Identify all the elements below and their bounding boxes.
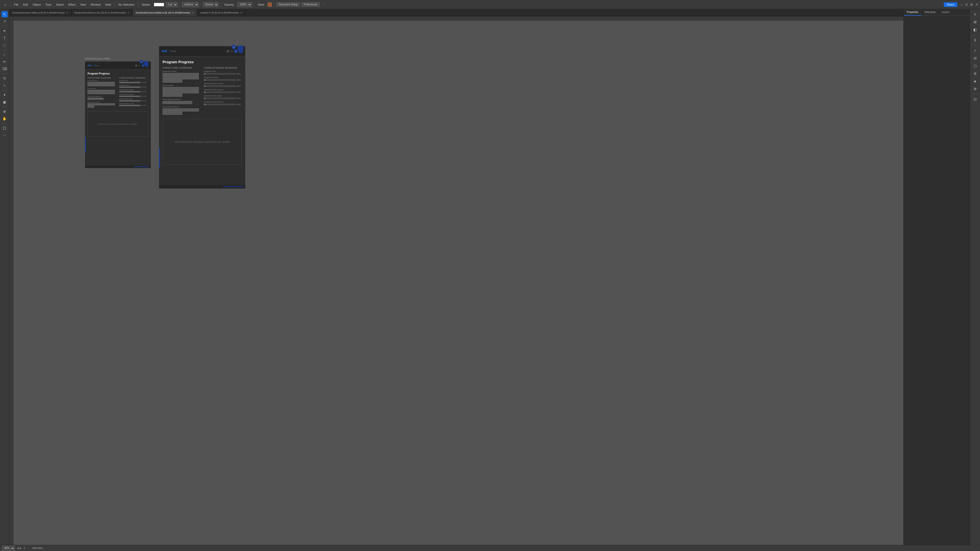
tool-sep-1 (2, 26, 7, 26)
round-select[interactable]: Round (203, 2, 218, 7)
small-sel-week-moves: selected week moves 90% (119, 103, 148, 106)
small-prog-moves-pct: 90% (143, 86, 148, 88)
opacity-select[interactable]: 100% (238, 2, 252, 7)
eraser-tool[interactable]: ⌫ (2, 66, 8, 72)
right-artboards-icon[interactable]: ⊞ (972, 19, 978, 25)
sq (172, 108, 176, 111)
tab-properties[interactable]: Properties (904, 9, 921, 16)
small-completeness-col: Completeness Markers program time 90% pr… (119, 77, 148, 109)
menu-window[interactable]: Window (89, 3, 102, 6)
fill-color[interactable]: □ (2, 125, 8, 131)
tool-sep-3 (2, 73, 7, 74)
small-sel-week-days-bar-fill (119, 100, 140, 102)
gradient-tool[interactable]: ▣ (2, 99, 8, 105)
paintbrush-tool[interactable]: ⌐ (2, 52, 8, 58)
tab-label-2: functionalScreens2.ai @ 128.62 % (RGB/Pr… (75, 11, 126, 14)
tab-close-2[interactable]: ✕ (127, 11, 129, 14)
zoom-select[interactable]: 80% (2, 546, 15, 551)
large-sel-block-moves-bar-container: 00% (204, 91, 242, 94)
menu-object[interactable]: Object (31, 3, 42, 6)
large-sel-block-moves-bar-fill (204, 91, 205, 93)
tab-functional-mobile[interactable]: functionalScreens-Mobile.ai @ 100 % (RGB… (133, 9, 197, 16)
tab-layers[interactable]: Layers (939, 9, 953, 16)
large-sel-block-weeks-pct: 00% (237, 85, 242, 87)
sq (172, 76, 176, 79)
right-info-icon[interactable]: ℹ (972, 37, 978, 43)
pencil-tool[interactable]: ✏ (2, 59, 8, 65)
pen-tool[interactable]: ✒ (2, 28, 8, 34)
eyedropper-tool[interactable]: ✦ (2, 92, 8, 98)
search-icon-toolbar[interactable]: ⌕ (961, 3, 963, 6)
tabs-bar: functionalScreens-Tablet.ai @ 80 % (RGB/… (9, 9, 904, 16)
more-tools[interactable]: ⋯ (2, 132, 8, 138)
tab-functional-screens2[interactable]: functionalScreens2.ai @ 128.62 % (RGB/Pr… (72, 9, 133, 16)
sq (186, 101, 189, 104)
hand-tool[interactable]: ✋ (2, 116, 8, 122)
menu-effect[interactable]: Effect (67, 3, 77, 6)
right-layers-icon[interactable]: ◧ (972, 27, 978, 33)
tab-untitled[interactable]: Untitled-2* @ 89.48 % (RGB/Preview) ✕ (197, 9, 246, 16)
scale-tool[interactable]: ⤡ (2, 83, 8, 89)
right-graphic-styles-icon[interactable]: ◈ (972, 78, 978, 84)
small-grid-week-days (88, 98, 117, 100)
large-breadcrumb-container: moov (170, 50, 176, 52)
stroke-type-select[interactable]: Uniform (182, 2, 199, 7)
shape-tool[interactable]: □ (2, 42, 8, 48)
toolbar-sep-2 (115, 2, 115, 7)
menu-select[interactable]: Select (54, 3, 65, 6)
menu-type[interactable]: Type (44, 3, 53, 6)
stroke-preview[interactable] (154, 3, 164, 6)
zoom-icon-toolbar[interactable]: ⊡ (965, 3, 968, 6)
right-link-icon[interactable]: ⊡ (972, 96, 978, 102)
tab-close-1[interactable]: ✕ (66, 11, 68, 14)
share-button[interactable]: Share (944, 2, 957, 7)
sq (97, 92, 99, 94)
sq (179, 94, 182, 97)
menu-edit[interactable]: Edit (22, 3, 30, 6)
text-tool[interactable]: T (2, 35, 8, 41)
right-svg-icon[interactable]: ⊛ (972, 70, 978, 76)
right-transform-icon[interactable]: ⤢ (972, 48, 978, 54)
large-grid-day-moves (162, 108, 200, 115)
select-tool[interactable]: ↖ (2, 11, 8, 17)
toolbar-sep-4 (180, 2, 180, 7)
large-prog-time-bar-container: 00% (204, 73, 242, 75)
close-icon-toolbar[interactable]: ✕ (975, 3, 978, 6)
small-sel-week-moves-bar-bg (119, 105, 142, 106)
document-setup-btn[interactable]: Document Setup (276, 2, 300, 6)
sq (92, 98, 94, 100)
style-color-swatch[interactable] (268, 3, 272, 6)
stroke-width-select[interactable]: 1 pt (165, 2, 178, 7)
small-prog-moves-label: program moves (119, 84, 148, 86)
zoom-tool[interactable]: ⊕ (2, 108, 8, 114)
sq (166, 112, 169, 115)
sq (162, 90, 165, 94)
right-properties-icon[interactable]: ≡ (972, 11, 978, 17)
small-grid-prog-blocks (88, 82, 117, 86)
sq (189, 108, 192, 111)
tab-close-4[interactable]: ✕ (240, 11, 242, 14)
small-sel-block-moves-label: selected block moves (119, 94, 148, 95)
tab-functional-tablet[interactable]: functionalScreens-Tablet.ai @ 80 % (RGB/… (9, 9, 72, 16)
tab-close-3[interactable]: ✕ (192, 11, 194, 14)
right-pathfinder-icon[interactable]: ⬡ (972, 63, 978, 69)
menu-view[interactable]: View (79, 3, 88, 6)
style-label: Style: (256, 3, 266, 6)
right-symbols-icon[interactable]: ⊕ (972, 86, 978, 92)
tab-artboards[interactable]: Artboards (921, 9, 939, 16)
large-sel-week-days-label: selected week days (204, 95, 242, 97)
menu-help[interactable]: Help (104, 3, 113, 6)
no-selection-label: No Selection (117, 3, 136, 6)
canvas-area[interactable]: functionalScreens-Tablet 1 ≋≋ moov ⊡ ○ 1 (13, 21, 904, 545)
preferences-btn[interactable]: Preferences (301, 2, 320, 6)
app-home-icon[interactable]: ⌂ (2, 2, 8, 8)
menu-file[interactable]: File (13, 3, 20, 6)
arrange-icon-toolbar[interactable]: ⊞ (970, 3, 973, 6)
rotate-tool[interactable]: ↻ (2, 75, 8, 81)
sq (103, 90, 106, 92)
sq (99, 98, 101, 100)
direct-select-tool[interactable]: ↗ (2, 18, 8, 24)
right-align-icon[interactable]: ⊟ (972, 55, 978, 61)
large-sel-block-moves-pct: 00% (237, 91, 242, 94)
sq (94, 82, 97, 84)
